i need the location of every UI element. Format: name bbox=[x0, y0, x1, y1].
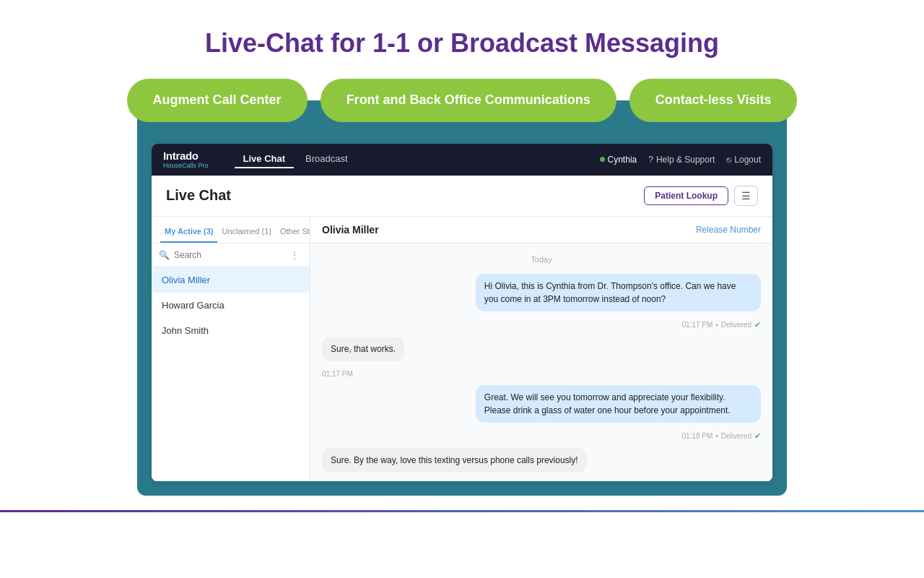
help-link[interactable]: ? Help & Support bbox=[648, 155, 715, 165]
search-icon: 🔍 bbox=[159, 250, 170, 260]
brand-sub: HouseCalls Pro bbox=[163, 162, 209, 169]
app-card: Intrado HouseCalls Pro Live Chat Broadca… bbox=[152, 144, 772, 481]
delivered-check-3: ✔ bbox=[754, 431, 761, 441]
online-indicator bbox=[600, 157, 605, 162]
brand-name: Intrado bbox=[163, 150, 209, 162]
live-chat-title: Live Chat bbox=[166, 187, 231, 204]
tab-unclaimed[interactable]: Unclaimed (1) bbox=[217, 224, 275, 243]
contact-olivia[interactable]: Olivia Miller bbox=[152, 267, 310, 293]
pill-front-back[interactable]: Front and Back Office Communications bbox=[321, 79, 616, 121]
page-title: Live-Chat for 1-1 or Broadcast Messaging bbox=[205, 27, 719, 59]
logout-label: Logout bbox=[734, 155, 761, 165]
date-divider: Today bbox=[322, 255, 761, 264]
chat-body: My Active (3) Unclaimed (1) Other Staff … bbox=[152, 217, 772, 481]
search-input[interactable] bbox=[174, 250, 282, 260]
help-label: Help & Support bbox=[656, 155, 715, 165]
msg-meta-3: 01:18 PM • Delivered ✔ bbox=[322, 431, 761, 441]
release-number-link[interactable]: Release Number bbox=[696, 225, 761, 235]
msg-time-3: 01:18 PM bbox=[681, 432, 712, 440]
msg-time-2: 01:17 PM bbox=[322, 370, 353, 378]
msg-meta-1: 01:17 PM • Delivered ✔ bbox=[322, 320, 761, 329]
tab-live-chat[interactable]: Live Chat bbox=[235, 150, 295, 168]
list-icon-button[interactable]: ☰ bbox=[734, 186, 758, 206]
tab-broadcast[interactable]: Broadcast bbox=[297, 150, 357, 168]
chat-main: Olivia Miller Release Number Today Hi Ol… bbox=[310, 217, 772, 481]
sidebar-tabs: My Active (3) Unclaimed (1) Other Staff … bbox=[152, 217, 310, 243]
chat-header: Live Chat Patient Lookup ☰ bbox=[152, 176, 772, 217]
tab-my-active[interactable]: My Active (3) bbox=[160, 224, 217, 243]
brand: Intrado HouseCalls Pro bbox=[163, 150, 209, 169]
msg-status-3: Delivered bbox=[721, 432, 751, 440]
message-4: Sure. By the way, love this texting vers… bbox=[322, 448, 587, 473]
contact-howard[interactable]: Howard Garcia bbox=[152, 293, 310, 318]
msg-time-1: 01:17 PM bbox=[681, 321, 712, 329]
logout-icon: ⎋ bbox=[726, 155, 731, 165]
logout-link[interactable]: ⎋ Logout bbox=[726, 155, 761, 165]
chat-sidebar: My Active (3) Unclaimed (1) Other Staff … bbox=[152, 217, 310, 481]
delivered-check-1: ✔ bbox=[754, 320, 761, 329]
msg-dot-1: • bbox=[715, 321, 718, 329]
message-1: Hi Olivia, this is Cynthia from Dr. Thom… bbox=[476, 274, 761, 311]
content-area: Live Chat Patient Lookup ☰ My Active (3)… bbox=[152, 176, 772, 481]
header-actions: Patient Lookup ☰ bbox=[644, 186, 758, 206]
app-container: Intrado HouseCalls Pro Live Chat Broadca… bbox=[137, 100, 787, 496]
message-3: Great. We will see you tomorrow and appr… bbox=[476, 385, 761, 423]
messages-area: Today Hi Olivia, this is Cynthia from Dr… bbox=[310, 243, 772, 481]
pill-augment[interactable]: Augment Call Center bbox=[127, 79, 308, 121]
pill-contactless[interactable]: Contact-less Visits bbox=[629, 79, 798, 121]
msg-dot-3: • bbox=[715, 432, 718, 440]
msg-status-1: Delivered bbox=[721, 321, 751, 329]
user-name: Cynthia bbox=[608, 155, 637, 165]
pills-row: Augment Call Center Front and Back Offic… bbox=[127, 79, 798, 121]
more-icon[interactable]: ⋮ bbox=[287, 249, 302, 261]
msg-meta-2: 01:17 PM bbox=[322, 370, 761, 378]
message-2: Sure, that works. bbox=[322, 337, 404, 361]
chat-contact-header: Olivia Miller Release Number bbox=[310, 217, 772, 243]
navbar: Intrado HouseCalls Pro Live Chat Broadca… bbox=[152, 144, 772, 176]
bottom-divider bbox=[0, 510, 924, 512]
active-contact-name: Olivia Miller bbox=[322, 224, 379, 236]
nav-user: Cynthia bbox=[600, 155, 637, 165]
nav-right: Cynthia ? Help & Support ⎋ Logout bbox=[600, 155, 761, 165]
contact-list: Olivia Miller Howard Garcia John Smith bbox=[152, 267, 310, 343]
nav-tabs: Live Chat Broadcast bbox=[235, 150, 583, 168]
help-icon: ? bbox=[648, 155, 653, 165]
patient-lookup-button[interactable]: Patient Lookup bbox=[644, 186, 728, 205]
contact-john[interactable]: John Smith bbox=[152, 318, 310, 343]
search-bar: 🔍 ⋮ bbox=[152, 243, 310, 267]
